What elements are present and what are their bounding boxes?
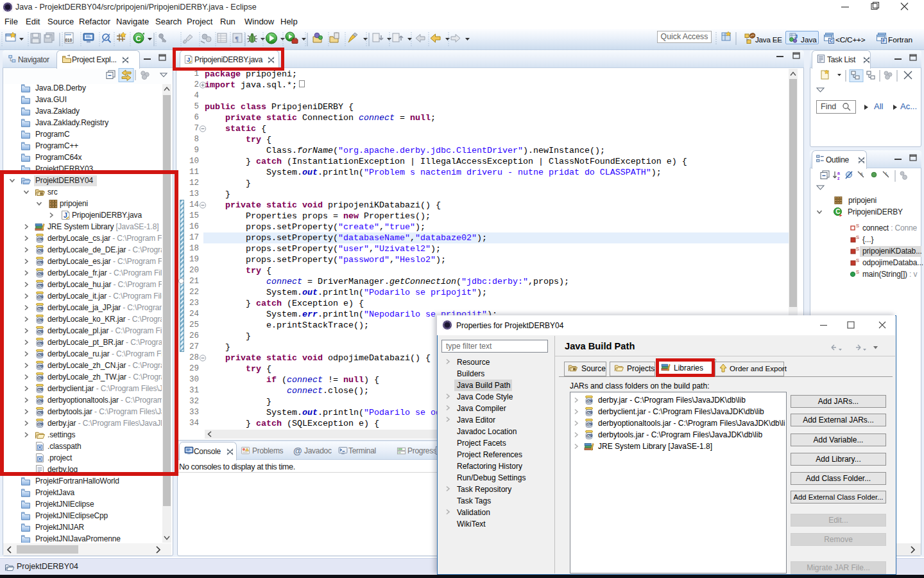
svg-text:F: F bbox=[882, 39, 886, 43]
svg-text:S: S bbox=[856, 223, 859, 229]
svg-text:z: z bbox=[837, 176, 840, 180]
svg-text:C: C bbox=[830, 39, 833, 43]
svg-text:S: S bbox=[856, 234, 859, 240]
svg-text:C: C bbox=[136, 35, 141, 42]
svg-text:L: L bbox=[886, 171, 888, 177]
svg-text:010: 010 bbox=[65, 38, 73, 42]
svg-text:S: S bbox=[856, 258, 859, 263]
svg-text:s: s bbox=[860, 171, 863, 177]
svg-text:S: S bbox=[856, 246, 859, 252]
svg-text:¶: ¶ bbox=[235, 35, 239, 42]
svg-text:S: S bbox=[856, 269, 859, 275]
svg-text:a: a bbox=[837, 171, 840, 175]
